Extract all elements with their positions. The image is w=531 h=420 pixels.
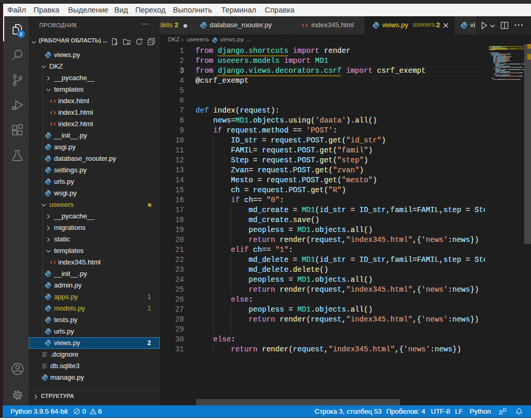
svg-text:2: 2 — [19, 31, 22, 37]
